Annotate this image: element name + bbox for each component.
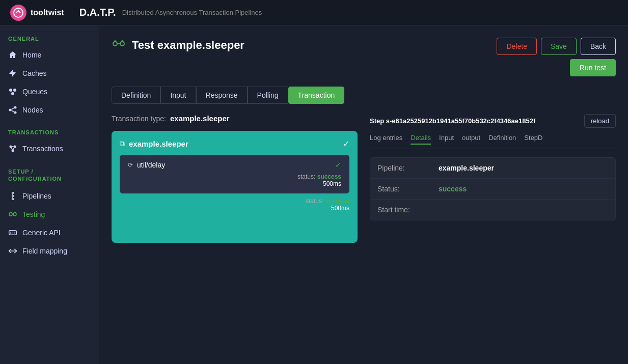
svg-point-0 (14, 8, 23, 17)
inner-status-label: status: (297, 173, 315, 180)
sidebar-transactions-label: TRANSACTIONS (0, 129, 99, 139)
bolt-icon (8, 69, 17, 78)
svg-text:API: API (10, 231, 15, 235)
sidebar-home-label: Home (22, 51, 41, 59)
tab-input[interactable]: Input (160, 87, 196, 104)
transaction-type-label: Transaction type: (112, 115, 166, 123)
outer-time: 500ms (120, 205, 349, 212)
back-button[interactable]: Back (581, 38, 616, 55)
tab-transaction[interactable]: Transaction (288, 87, 345, 104)
step-status: status: success (128, 173, 341, 180)
pipeline-name: example.sleeper (129, 139, 188, 148)
svg-point-11 (12, 150, 14, 152)
svg-point-15 (12, 192, 14, 193)
sidebar: GENERAL Home Caches Queues Nodes (0, 25, 99, 364)
svg-point-21 (13, 213, 16, 216)
sidebar-queues-label: Queues (22, 88, 47, 96)
sidebar-item-queues[interactable]: Queues (0, 82, 99, 101)
svg-point-17 (12, 198, 14, 200)
detail-value-pipeline: example.sleeper (439, 164, 494, 172)
run-test-button[interactable]: Run test (570, 59, 616, 76)
sidebar-testing-label: Testing (22, 210, 45, 218)
sidebar-item-pipelines[interactable]: Pipelines (0, 187, 99, 205)
pipeline-header: ⧉ example.sleeper ✓ (120, 139, 349, 149)
content-grid: Transaction type: example.sleeper ⧉ exam… (112, 114, 616, 243)
step-tab-output[interactable]: output (462, 134, 480, 145)
topbar: tooltwist D.A.T.P. Distributed Asynchron… (0, 0, 628, 25)
app-subtitle: Distributed Asynchronous Transaction Pip… (122, 9, 262, 16)
pipeline-footer: status: success (120, 198, 349, 205)
copy-icon: ⧉ (120, 139, 125, 148)
svg-point-26 (113, 42, 117, 46)
tabs-bar: Definition Input Response Polling Transa… (112, 87, 616, 104)
sidebar-item-generic-api[interactable]: API Generic API (0, 223, 99, 242)
testing-icon (8, 210, 17, 219)
transactions-icon (8, 144, 17, 153)
detail-panel: Pipeline: example.sleeper Status: succes… (370, 157, 616, 220)
step-detail-panel: Step s-e61a2525912b1941a55f70b532c2f4346… (370, 114, 616, 243)
inner-status-value: success (317, 173, 341, 180)
svg-line-8 (12, 110, 14, 112)
sidebar-generic-api-label: Generic API (22, 229, 61, 237)
logo-text: tooltwist (31, 8, 64, 17)
step-icon: ⟳ (128, 161, 133, 169)
queues-icon (8, 87, 17, 96)
detail-value-status: success (439, 185, 467, 193)
svg-line-7 (12, 108, 14, 109)
svg-point-27 (120, 42, 124, 46)
svg-point-16 (12, 195, 14, 197)
step-header: ⟳ util/delay ✓ (128, 161, 341, 169)
delete-button[interactable]: Delete (497, 38, 536, 55)
tab-response[interactable]: Response (196, 87, 248, 104)
page-title-icon (112, 38, 126, 53)
outer-status-value: success (325, 198, 349, 205)
inner-time: 500ms (128, 180, 341, 187)
sidebar-item-home[interactable]: Home (0, 46, 99, 64)
step-check-icon: ✓ (335, 161, 341, 169)
sidebar-caches-label: Caches (22, 69, 46, 77)
transaction-type-row: Transaction type: example.sleeper (112, 114, 358, 123)
detail-label-start-time: Start time: (377, 206, 439, 214)
step-tab-stepd[interactable]: StepD (524, 134, 542, 145)
page-title: Test example.sleeper (132, 39, 244, 52)
detail-label-pipeline: Pipeline: (377, 164, 439, 172)
page-header: Test example.sleeper Delete Save Back Ru… (112, 38, 616, 76)
main-content: Test example.sleeper Delete Save Back Ru… (99, 25, 628, 364)
sidebar-item-nodes[interactable]: Nodes (0, 101, 99, 119)
sidebar-item-testing[interactable]: Testing (0, 205, 99, 223)
svg-point-9 (10, 146, 12, 148)
app-title: D.A.T.P. (79, 7, 116, 18)
step-tab-input[interactable]: Input (439, 134, 454, 145)
sidebar-setup-label: SETUP / CONFIGURATION (0, 168, 99, 187)
detail-row-status: Status: success (370, 179, 615, 200)
pipeline-box: ⧉ example.sleeper ✓ ⟳ util/delay ✓ statu… (112, 131, 358, 243)
step-tabs: Log entries Details Input output Definit… (370, 134, 616, 149)
detail-label-status: Status: (377, 185, 439, 193)
sidebar-pipelines-label: Pipelines (22, 192, 51, 200)
svg-point-2 (13, 89, 16, 92)
sidebar-item-transactions[interactable]: Transactions (0, 139, 99, 158)
step-tab-definition[interactable]: Definition (488, 134, 516, 145)
tab-definition[interactable]: Definition (112, 87, 160, 104)
transaction-type-value: example.sleeper (170, 114, 230, 123)
logo: tooltwist (10, 5, 64, 21)
logo-icon (10, 5, 26, 21)
svg-point-4 (9, 109, 12, 111)
svg-point-20 (9, 213, 12, 216)
header-actions: Delete Save Back Run test (497, 38, 616, 76)
pipeline-check-icon: ✓ (343, 139, 349, 149)
step-tab-log-entries[interactable]: Log entries (370, 134, 402, 145)
step-tab-details[interactable]: Details (411, 134, 431, 145)
svg-point-5 (14, 106, 17, 109)
svg-line-13 (11, 148, 13, 150)
save-button[interactable]: Save (541, 38, 577, 55)
detail-row-start-time: Start time: (370, 200, 615, 220)
nodes-icon (8, 105, 17, 115)
reload-button[interactable]: reload (584, 114, 616, 128)
sidebar-item-field-mapping[interactable]: Field mapping (0, 242, 99, 260)
sidebar-item-caches[interactable]: Caches (0, 64, 99, 82)
tab-polling[interactable]: Polling (248, 87, 288, 104)
step-name: util/delay (137, 161, 165, 169)
outer-status-label: status: (306, 198, 323, 205)
svg-line-14 (13, 148, 15, 150)
